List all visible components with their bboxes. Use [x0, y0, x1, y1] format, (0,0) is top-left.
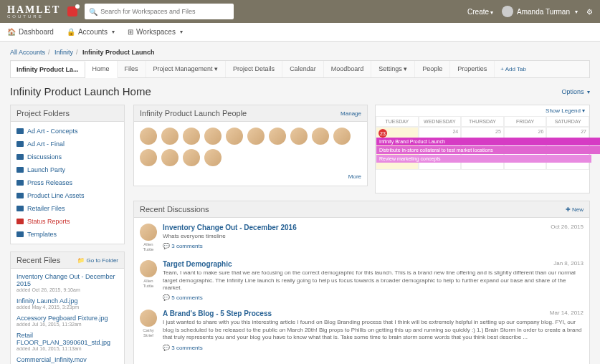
person-avatar[interactable] [140, 149, 157, 166]
person-avatar[interactable] [226, 128, 243, 145]
recent-file-link[interactable]: Infinity Launch Ad.jpg [16, 297, 118, 305]
tab-settings[interactable]: Settings ▾ [371, 61, 415, 77]
crumb-all[interactable]: All Accounts [10, 49, 45, 56]
recent-file-link[interactable]: Retail FLOOR_PLAN_3990601_std.jpg [16, 332, 118, 346]
page-title: Infinity Product Launch Home [10, 85, 151, 97]
create-link[interactable]: Create▾ [467, 8, 493, 16]
tab-project-details[interactable]: Project Details [226, 61, 282, 77]
tab-workspace-title: Infinity Product La... [11, 62, 85, 77]
workspaces-icon: ⊞ [128, 28, 133, 36]
folder-item[interactable]: Ad Art - Final [11, 138, 124, 150]
discussion-title[interactable]: A Brand's Blog - 5 Step Process [163, 310, 272, 317]
folder-item[interactable]: Press Releases [11, 176, 124, 189]
discussion-title[interactable]: Inventory Change Out - December 2016 [163, 224, 297, 231]
more-people[interactable]: More [140, 173, 361, 180]
folder-item[interactable]: Templates [11, 228, 124, 241]
person-avatar[interactable] [140, 128, 157, 145]
folder-icon [16, 141, 24, 147]
tab-files[interactable]: Files [118, 61, 146, 77]
show-legend[interactable]: Show Legend [546, 107, 581, 114]
person-avatar[interactable] [290, 128, 308, 145]
nav-dashboard[interactable]: 🏠Dashboard [7, 28, 54, 36]
discussion-comments[interactable]: 💬 5 comments [163, 294, 203, 301]
recent-file-link[interactable]: Inventory Change Out - December 2015 [16, 273, 118, 287]
discussion-date: Mar 14, 2012 [550, 310, 584, 316]
recent-files-header: Recent Files 📁 Go to Folder [11, 252, 124, 269]
tab-home[interactable]: Home [85, 61, 118, 78]
cal-event[interactable]: Review marketing concepts [376, 155, 591, 163]
gear-icon[interactable]: ⚙ [586, 8, 593, 16]
person-avatar[interactable] [247, 128, 265, 145]
avatar [502, 6, 513, 17]
user-menu[interactable]: Amanda Turman ▾ [502, 6, 578, 17]
folder-item[interactable]: Retailer Files [11, 202, 124, 215]
person-avatar[interactable] [183, 149, 200, 166]
notification-icon[interactable] [67, 6, 77, 16]
folder-icon [16, 206, 24, 211]
person-avatar[interactable] [161, 149, 178, 166]
tab-project-management[interactable]: Project Management ▾ [146, 61, 227, 77]
people-panel: Infinity Product Launch People Manage Mo… [133, 105, 368, 186]
folders-header: Project Folders [11, 105, 124, 122]
top-right: Create▾ Amanda Turman ▾ ⚙ [467, 6, 593, 17]
folder-item[interactable]: Ad Art - Concepts [11, 125, 124, 138]
nav-accounts[interactable]: 🔒Accounts▾ [67, 28, 115, 36]
folder-icon [16, 154, 24, 160]
folder-item[interactable]: Launch Party [11, 163, 124, 176]
recent-file-link[interactable]: Commercial_Infinity.mov [16, 356, 118, 363]
logo[interactable]: HAMLET COUTURE [7, 4, 60, 19]
person-avatar[interactable] [333, 128, 351, 145]
new-discussion[interactable]: ✚ New [566, 206, 584, 213]
person-avatar[interactable] [183, 128, 200, 145]
folder-item[interactable]: Status Reports [11, 215, 124, 228]
cal-day-header: SATURDAY [546, 116, 589, 127]
discussion-text: Whats everyone timeline [163, 233, 584, 240]
recent-file-meta: added Jul 16, 2015, 11:32am [16, 322, 118, 327]
people-header: Infinity Product Launch People [140, 109, 247, 118]
discussion-date: Oct 26, 2015 [551, 224, 584, 230]
folder-item[interactable]: Discussions [11, 150, 124, 163]
cal-event[interactable]: Infinity Brand Product Launch [376, 138, 600, 145]
breadcrumb: All Accounts/ Infinity/ Infinity Product… [10, 49, 590, 56]
crumb-account[interactable]: Infinity [54, 49, 73, 56]
search-input[interactable] [100, 8, 229, 15]
topbar: HAMLET COUTURE 🔍 Create▾ Amanda Turman ▾… [0, 0, 600, 23]
manage-link[interactable]: Manage [341, 110, 361, 117]
cal-day-header: THURSDAY [461, 116, 504, 127]
dashboard-icon: 🏠 [7, 28, 16, 36]
discussion-avatar[interactable] [140, 260, 157, 277]
options-link[interactable]: Options ▾ [561, 88, 590, 95]
discussion-item: CathyStriefMar 14, 2012A Brand's Blog - … [140, 310, 584, 350]
discussion-date: Jan 8, 2013 [553, 260, 584, 267]
person-avatar[interactable] [204, 128, 222, 145]
cal-cell[interactable]: 23Infinity Brand Product LaunchDistribut… [376, 127, 419, 170]
username: Amanda Turman [517, 8, 570, 16]
discussion-comments[interactable]: 💬 3 comments [163, 243, 203, 249]
folder-item[interactable]: Product Line Assets [11, 189, 124, 202]
folder-icon [16, 128, 24, 134]
folder-icon [16, 219, 24, 224]
cal-event[interactable]: Distribute in-store collateral to test m… [376, 146, 600, 154]
person-avatar[interactable] [161, 128, 178, 145]
discussion-comments[interactable]: 💬 3 comments [163, 345, 203, 351]
tab-moodboard[interactable]: Moodboard [324, 61, 372, 77]
recent-files-panel: Recent Files 📁 Go to Folder Inventory Ch… [10, 252, 125, 364]
tab-properties[interactable]: Properties [450, 61, 495, 77]
add-tab[interactable]: + Add Tab [500, 66, 526, 72]
recent-file-link[interactable]: Accessory Pegboard Fixture.jpg [16, 315, 118, 322]
discussion-text: I just wanted to share with you this int… [163, 319, 584, 341]
person-avatar[interactable] [312, 128, 329, 145]
discussion-avatar[interactable] [140, 224, 157, 241]
search-box[interactable]: 🔍 [85, 4, 234, 19]
discussion-title[interactable]: Target Demographic [163, 260, 232, 268]
recent-file-meta: added May 4, 2015, 3:23pm [16, 305, 118, 310]
person-avatar[interactable] [269, 128, 286, 145]
nav-workspaces[interactable]: ⊞Workspaces▾ [128, 28, 183, 36]
tab-people[interactable]: People [415, 61, 450, 77]
navbar: 🏠Dashboard 🔒Accounts▾ ⊞Workspaces▾ [0, 23, 600, 42]
discussion-avatar[interactable] [140, 310, 157, 327]
person-avatar[interactable] [204, 149, 222, 166]
folder-icon [16, 193, 24, 198]
tab-calendar[interactable]: Calendar [282, 61, 324, 77]
go-to-folder[interactable]: 📁 Go to Folder [77, 257, 118, 264]
